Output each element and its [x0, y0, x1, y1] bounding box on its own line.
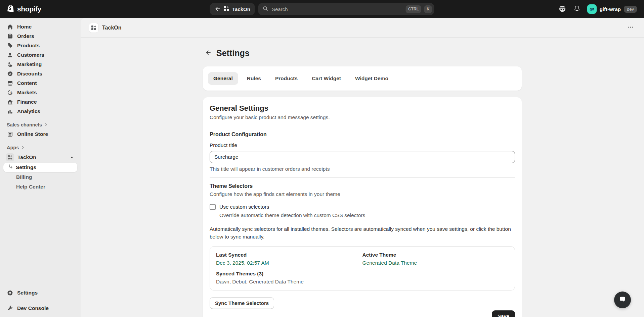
sidebar-item-settings[interactable]: Settings — [3, 288, 77, 298]
sync-theme-selectors-button[interactable]: Sync Theme Selectors — [210, 297, 274, 309]
sidebar-item-markets[interactable]: $ Markets — [3, 88, 77, 97]
sidebar: Home Orders Products Customers Marketing… — [0, 18, 81, 317]
sidebar-item-label: Home — [17, 24, 32, 30]
sidebar-item-label: TackOn — [17, 154, 36, 160]
shopify-logo[interactable]: shopify — [0, 4, 81, 14]
sidebar-item-label: Discounts — [17, 71, 42, 77]
ellipsis-icon — [628, 24, 634, 31]
sidebar-item-label: Marketing — [17, 61, 42, 67]
sidebar-item-analytics[interactable]: Analytics — [3, 107, 77, 116]
admin-mask-button[interactable] — [556, 3, 568, 15]
notifications-button[interactable] — [571, 3, 583, 15]
page-title-row: Settings — [203, 48, 522, 58]
synced-themes-label: Synced Themes (3) — [216, 271, 362, 277]
main-frame: TackOn Settings General Rules Products C… — [81, 18, 644, 317]
tab-products[interactable]: Products — [270, 72, 303, 85]
sidebar-item-home[interactable]: Home — [3, 22, 77, 32]
sales-channels-label: Sales channels — [7, 122, 42, 127]
page-content: Settings General Rules Products Cart Wid… — [81, 38, 644, 317]
store-menu[interactable]: gif gift-wrap dev — [586, 3, 638, 15]
back-arrow-icon — [214, 6, 220, 13]
sidebar-subitem-help-center[interactable]: Help Center — [3, 182, 77, 192]
wrench-icon — [7, 305, 13, 312]
back-arrow-icon — [205, 49, 212, 57]
tab-widget-demo[interactable]: Widget Demo — [350, 72, 394, 85]
product-title-help: This title will appear in customer order… — [210, 166, 515, 172]
sidebar-footer: Settings Dev Console — [0, 288, 81, 313]
chat-launcher-button[interactable] — [614, 292, 631, 308]
sidebar-item-content[interactable]: Content — [3, 78, 77, 88]
sidebar-subitem-label: Settings — [16, 164, 36, 170]
sidebar-item-dev-console[interactable]: Dev Console — [3, 304, 77, 313]
bank-icon — [7, 99, 13, 105]
last-synced-label: Last Synced — [216, 252, 362, 258]
search-input[interactable] — [272, 6, 403, 12]
sidebar-item-finance[interactable]: Finance — [3, 97, 77, 107]
image-icon — [7, 80, 13, 87]
bell-icon — [573, 5, 581, 13]
sidebar-item-label: Online Store — [17, 131, 48, 137]
custom-selectors-row: Use custom selectors — [210, 204, 515, 210]
custom-selectors-checkbox[interactable] — [210, 204, 216, 210]
sidebar-item-discounts[interactable]: Discounts — [3, 69, 77, 78]
tag-icon — [7, 42, 13, 49]
chevron-right-icon — [44, 122, 48, 127]
storefront-icon — [7, 131, 13, 138]
sidebar-subitem-label: Help Center — [16, 184, 45, 190]
person-icon — [7, 52, 13, 58]
last-synced-cell: Last Synced Dec 3, 2025, 02:57 AM — [216, 252, 362, 266]
sidebar-item-orders[interactable]: Orders — [3, 32, 77, 41]
search-bar[interactable]: CTRL K — [258, 3, 434, 15]
apps-label: Apps — [7, 145, 19, 150]
custom-selectors-label[interactable]: Use custom selectors — [219, 204, 269, 210]
incognito-face-icon — [558, 5, 566, 14]
store-avatar: gif — [587, 4, 597, 14]
more-actions-button[interactable] — [625, 22, 636, 33]
sidebar-item-label: Analytics — [17, 108, 40, 114]
current-app-button[interactable]: TackOn — [210, 3, 255, 15]
topbar: shopify TackOn CTRL K — [0, 0, 644, 18]
search-icon — [262, 5, 269, 13]
tab-rules[interactable]: Rules — [242, 72, 266, 85]
shopify-bag-icon — [7, 4, 15, 14]
tackon-app-icon — [6, 153, 14, 161]
custom-selectors-help: Override automatic theme detection with … — [219, 212, 515, 218]
sidebar-item-label: Settings — [17, 290, 38, 296]
active-theme-value: Generated Data Theme — [362, 260, 509, 266]
sidebar-item-label: Markets — [17, 90, 37, 96]
dev-env-badge: dev — [624, 6, 637, 13]
app-header-title: TackOn — [102, 25, 122, 31]
card-heading: General Settings — [210, 104, 515, 113]
current-app-label: TackOn — [232, 6, 250, 12]
apps-section[interactable]: Apps — [3, 143, 77, 152]
gear-icon — [7, 289, 13, 296]
settings-tabs: General Rules Products Cart Widget Widge… — [203, 66, 522, 91]
sidebar-item-products[interactable]: Products — [3, 41, 77, 50]
card-description: Configure your basic product and message… — [210, 114, 515, 120]
tab-general[interactable]: General — [208, 72, 238, 85]
globe-dollar-icon: $ — [7, 89, 13, 96]
product-title-input[interactable] — [210, 151, 515, 163]
back-button[interactable] — [203, 48, 214, 58]
sales-channels-section[interactable]: Sales channels — [3, 120, 77, 129]
divider — [210, 126, 515, 126]
sidebar-subitem-label: Billing — [16, 174, 32, 180]
sidebar-subitem-billing[interactable]: Billing — [3, 172, 77, 182]
tab-cart-widget[interactable]: Cart Widget — [306, 72, 346, 85]
shortcut-ctrl-key: CTRL — [406, 5, 421, 13]
sidebar-item-tackon-app[interactable]: TackOn — [3, 152, 77, 162]
save-button[interactable]: Save — [492, 310, 515, 317]
orders-icon — [7, 33, 13, 40]
sidebar-item-customers[interactable]: Customers — [3, 50, 77, 60]
home-icon — [7, 23, 13, 30]
sidebar-item-online-store[interactable]: Online Store — [3, 129, 77, 139]
bar-chart-icon — [7, 108, 13, 115]
shopify-wordmark: shopify — [17, 5, 41, 13]
shortcut-k-key: K — [424, 5, 432, 13]
last-synced-value: Dec 3, 2025, 02:57 AM — [216, 260, 362, 266]
product-title-label: Product title — [210, 142, 515, 148]
app-header: TackOn — [81, 18, 644, 38]
sidebar-item-marketing[interactable]: Marketing — [3, 60, 77, 69]
active-theme-label: Active Theme — [362, 252, 509, 258]
sidebar-subitem-settings[interactable]: Settings — [3, 163, 77, 172]
